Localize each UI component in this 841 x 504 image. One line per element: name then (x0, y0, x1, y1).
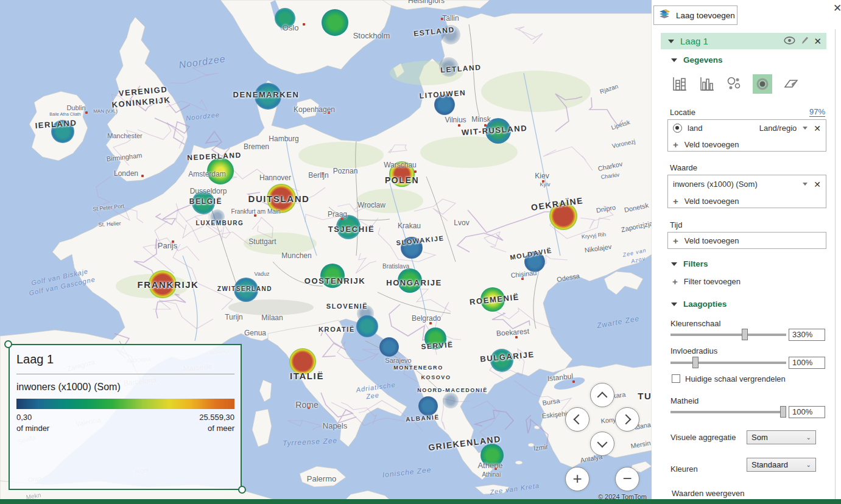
legend-title: Laag 1 (16, 352, 54, 366)
rename-pencil-icon[interactable] (800, 36, 809, 46)
clustered-column-icon[interactable] (698, 75, 715, 93)
tijd-label: Tijd (670, 220, 682, 229)
capital-marker (85, 111, 88, 114)
invloedradius-slider[interactable] (670, 357, 786, 368)
slider-thumb[interactable] (780, 406, 786, 418)
slider-thumb[interactable] (742, 329, 748, 340)
tijd-add-field-row[interactable]: + Veld toevoegen (668, 233, 826, 249)
heat-spot-albanie (418, 396, 438, 416)
collapse-layer-chevron-icon[interactable] (668, 40, 674, 43)
legend-card[interactable]: Laag 1 inwoners (x1000) (Som) 0,30of min… (9, 344, 242, 490)
heat-spot-estland (441, 25, 460, 44)
pan-down-button[interactable] (590, 432, 614, 456)
matheid-value[interactable]: 100% (789, 406, 825, 418)
aggregatie-select[interactable]: Som ⌄ (747, 430, 816, 444)
legend-gradient-bar (16, 399, 234, 409)
heat-spot-stockholm (322, 9, 348, 36)
filters-chevron-icon (671, 262, 677, 266)
capital-marker (172, 240, 174, 243)
geocode-confidence-link[interactable]: 97% (809, 107, 825, 117)
heat-spot-belgie (192, 191, 215, 214)
heat-spot-kroatie (356, 315, 378, 337)
zoom-out-button[interactable]: − (615, 467, 639, 491)
filters-label: Filters (683, 259, 708, 268)
delete-layer-icon[interactable]: ✕ (814, 36, 822, 47)
chevron-right-icon (621, 415, 632, 425)
add-filter-row[interactable]: + Filter toevoegen (667, 273, 745, 290)
locatie-add-field-row[interactable]: + Veld toevoegen (668, 136, 826, 153)
locatie-field-name: land (688, 124, 759, 133)
select-chevron-icon: ⌄ (806, 434, 811, 441)
panel-scrollbar[interactable] (835, 29, 836, 499)
map-canvas[interactable]: IERLANDVERENIGDKONINKRIJKDENEMARKENNEDER… (0, 0, 652, 504)
tijd-fieldbox: + Veld toevoegen (667, 232, 826, 249)
heat-spot-nederland (207, 158, 234, 184)
section-filters[interactable]: Filters (661, 259, 708, 268)
visualization-type-picker (670, 74, 800, 94)
invloedradius-value[interactable]: 100% (789, 357, 825, 369)
pan-up-button[interactable] (590, 383, 614, 407)
window-close-icon[interactable]: ✕ (833, 2, 841, 14)
waarden-weergeven-label: Waarden weergeven (672, 489, 744, 498)
heat-spot-oekraine (549, 202, 577, 230)
legend-resize-handle-topleft[interactable] (4, 340, 12, 348)
heat-spot-letland (439, 57, 459, 77)
pan-right-button[interactable] (615, 407, 639, 432)
capital-marker (572, 380, 575, 383)
slider-track[interactable] (670, 334, 786, 336)
layer-pane: Laag toevoegen Laag 1 ✕ Gegevens (652, 0, 841, 504)
waarde-dropdown-icon[interactable] (803, 183, 808, 186)
heatmap-icon-selected[interactable] (753, 74, 772, 94)
waarde-field-name: inwoners (x1000) (Som) (673, 180, 797, 189)
legend-max: 25.559,30of meer (199, 412, 234, 434)
stacked-column-icon[interactable] (670, 75, 688, 93)
kleuren-selected-value: Standaard (751, 460, 788, 469)
laagopties-label: Laagopties (683, 299, 727, 309)
matheid-slider[interactable] (670, 407, 786, 418)
remove-waarde-field-icon[interactable]: ✕ (814, 180, 821, 189)
minus-icon: − (622, 471, 632, 486)
region-shading-icon[interactable] (783, 75, 800, 93)
kleuren-select[interactable]: Standaard ⌄ (747, 458, 816, 472)
waarde-add-field-row[interactable]: + Veld toevoegen (668, 193, 826, 209)
capital-marker (441, 18, 443, 20)
slider-track[interactable] (670, 411, 786, 413)
layer-header[interactable]: Laag 1 ✕ (661, 33, 826, 49)
legend-resize-handle-bottomright[interactable] (238, 486, 246, 494)
kleuren-label: Kleuren (670, 464, 698, 474)
kleurenschaal-label: Kleurenschaal (670, 319, 720, 328)
visibility-eye-icon[interactable] (784, 37, 795, 46)
slider-track[interactable] (670, 362, 786, 364)
layer-title: Laag 1 (680, 36, 784, 46)
kleurenschaal-value[interactable]: 330% (789, 329, 825, 341)
lock-scale-checkbox[interactable] (672, 374, 680, 383)
heat-spot-bulgarije (490, 349, 513, 372)
add-field-label: Veld toevoegen (684, 197, 739, 206)
capital-marker (254, 214, 256, 217)
capital-marker (458, 124, 460, 127)
slider-thumb[interactable] (692, 357, 698, 368)
capital-marker (484, 124, 487, 127)
kleurenschaal-slider[interactable] (670, 329, 786, 340)
geo-type-dropdown-icon[interactable] (803, 127, 808, 130)
waarde-label: Waarde (670, 163, 697, 172)
waarde-field-row[interactable]: inwoners (x1000) (Som) ✕ (668, 175, 826, 193)
locatie-radio-selected[interactable] (673, 124, 682, 133)
pan-left-button[interactable] (565, 407, 589, 432)
add-field-label: Veld toevoegen (684, 236, 739, 245)
heat-spot-griekenland (480, 444, 504, 467)
capital-marker (429, 322, 432, 324)
locatie-geo-type[interactable]: Land/regio (759, 124, 797, 133)
matheid-label: Matheid (670, 396, 698, 405)
capital-marker (303, 23, 305, 26)
add-layer-button[interactable]: Laag toevoegen (653, 5, 737, 25)
locatie-field-row[interactable]: land Land/regio ✕ (668, 120, 826, 136)
capital-marker (322, 172, 324, 175)
zoom-in-button[interactable]: + (565, 467, 589, 491)
section-laagopties[interactable]: Laagopties (661, 299, 727, 309)
bubble-chart-icon[interactable] (725, 75, 742, 93)
capital-marker (328, 111, 330, 114)
chevron-up-icon (597, 391, 608, 402)
remove-locatie-field-icon[interactable]: ✕ (814, 124, 821, 133)
section-gegevens[interactable]: Gegevens (661, 55, 723, 65)
